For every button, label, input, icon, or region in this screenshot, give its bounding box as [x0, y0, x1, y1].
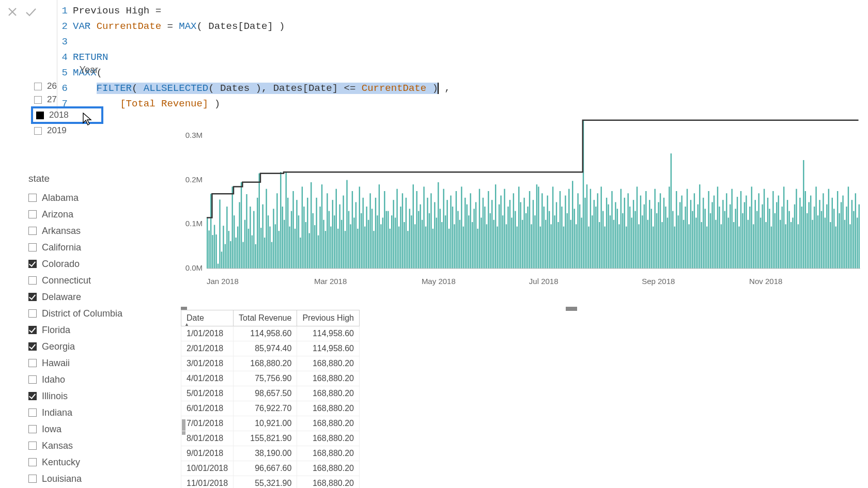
bar[interactable]	[413, 184, 414, 269]
bar[interactable]	[594, 200, 595, 269]
data-table[interactable]: Date Total Revenue Previous High 1/01/20…	[181, 310, 372, 488]
state-option[interactable]: Connecticut	[28, 272, 150, 289]
bar[interactable]	[259, 174, 260, 269]
bar[interactable]	[629, 207, 630, 269]
bar[interactable]	[393, 200, 394, 269]
bar[interactable]	[550, 224, 551, 269]
table-row[interactable]: 10/01/201896,667.60168,880.20	[181, 461, 360, 476]
bar[interactable]	[495, 184, 496, 269]
bar[interactable]	[445, 215, 446, 269]
bar[interactable]	[694, 193, 695, 269]
bar[interactable]	[491, 200, 492, 269]
bar[interactable]	[334, 215, 335, 269]
bar[interactable]	[280, 172, 281, 269]
bar[interactable]	[457, 211, 458, 269]
year-option[interactable]: 2018	[31, 106, 103, 124]
bar[interactable]	[239, 202, 240, 269]
state-option[interactable]: Alabama	[28, 190, 150, 206]
bar[interactable]	[638, 224, 639, 269]
bar[interactable]	[640, 196, 641, 269]
bar[interactable]	[273, 209, 274, 269]
bar[interactable]	[323, 220, 324, 269]
bar[interactable]	[699, 184, 700, 269]
bar[interactable]	[714, 196, 715, 269]
bar[interactable]	[276, 193, 277, 269]
bar[interactable]	[235, 238, 236, 269]
bar[interactable]	[653, 227, 654, 269]
table-row[interactable]: 2/01/201885,974.40114,958.60	[181, 341, 360, 356]
bar[interactable]	[303, 207, 304, 269]
bar[interactable]	[407, 231, 408, 269]
bar[interactable]	[837, 191, 838, 269]
bar[interactable]	[721, 224, 722, 269]
bar[interactable]	[588, 227, 589, 269]
bar[interactable]	[654, 189, 655, 269]
bar[interactable]	[618, 224, 619, 269]
bar[interactable]	[823, 193, 824, 269]
bar[interactable]	[669, 186, 670, 269]
bar[interactable]	[799, 198, 800, 269]
resize-handle-icon[interactable]	[566, 307, 577, 311]
bar[interactable]	[285, 172, 286, 269]
bar[interactable]	[597, 193, 598, 269]
table-row[interactable]: 1/01/2018114,958.60114,958.60	[181, 326, 360, 341]
bar[interactable]	[420, 204, 421, 269]
bar[interactable]	[271, 242, 272, 269]
bar[interactable]	[341, 220, 342, 269]
bar[interactable]	[719, 207, 720, 269]
bar[interactable]	[683, 220, 684, 269]
bar[interactable]	[776, 202, 777, 269]
bar[interactable]	[242, 242, 243, 269]
bar[interactable]	[671, 153, 672, 269]
bar[interactable]	[810, 196, 811, 269]
bar[interactable]	[230, 241, 231, 269]
state-option[interactable]: Iowa	[28, 421, 150, 437]
bar[interactable]	[316, 198, 317, 269]
bar[interactable]	[567, 213, 568, 269]
state-option[interactable]: Indiana	[28, 404, 150, 421]
bar[interactable]	[572, 181, 573, 269]
checkbox-icon[interactable]	[34, 96, 42, 104]
state-option[interactable]: Georgia	[28, 338, 150, 355]
bar[interactable]	[674, 227, 675, 269]
bar[interactable]	[758, 193, 759, 269]
bar[interactable]	[615, 202, 616, 269]
bar[interactable]	[685, 207, 686, 269]
bar[interactable]	[348, 211, 349, 269]
state-option[interactable]: Arkansas	[28, 223, 150, 239]
bar[interactable]	[345, 231, 346, 269]
bar[interactable]	[443, 189, 444, 269]
bar[interactable]	[579, 204, 580, 269]
bar[interactable]	[704, 209, 705, 269]
checkbox-icon[interactable]	[28, 293, 37, 301]
bar[interactable]	[411, 215, 412, 269]
bar[interactable]	[742, 213, 743, 269]
bar[interactable]	[649, 200, 650, 269]
bar[interactable]	[769, 209, 770, 269]
checkbox-icon[interactable]	[34, 127, 42, 135]
state-option[interactable]: Hawaii	[28, 355, 150, 371]
bar[interactable]	[416, 191, 417, 269]
bar[interactable]	[518, 186, 519, 269]
bar[interactable]	[581, 217, 582, 269]
bar[interactable]	[278, 231, 280, 269]
bar[interactable]	[321, 184, 322, 269]
bar[interactable]	[826, 204, 827, 269]
bar[interactable]	[330, 227, 331, 269]
bar[interactable]	[794, 204, 795, 269]
bar[interactable]	[364, 227, 365, 269]
bar[interactable]	[857, 217, 858, 269]
bar[interactable]	[441, 222, 442, 269]
bar[interactable]	[690, 200, 691, 269]
bar[interactable]	[307, 198, 308, 269]
bar[interactable]	[681, 196, 682, 269]
checkbox-icon[interactable]	[28, 309, 37, 318]
bar[interactable]	[724, 211, 725, 269]
bar[interactable]	[218, 264, 219, 269]
bar[interactable]	[215, 234, 216, 269]
bar[interactable]	[557, 222, 559, 269]
bar[interactable]	[337, 229, 338, 269]
bar[interactable]	[715, 220, 716, 269]
bar[interactable]	[531, 224, 532, 269]
bar[interactable]	[538, 186, 539, 269]
